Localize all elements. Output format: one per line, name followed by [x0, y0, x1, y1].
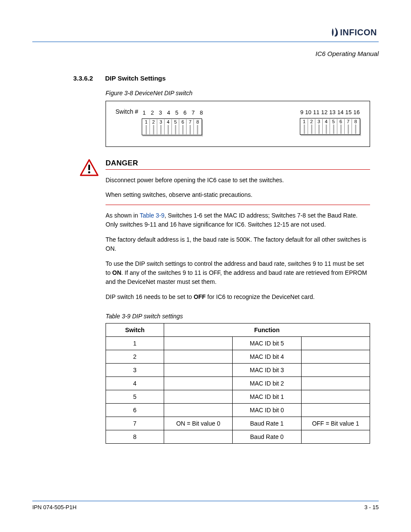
table-row: 2MAC ID bit 4 — [106, 350, 370, 363]
brand-logo: INFICON — [331, 28, 377, 37]
body-paragraph-3: To use the DIP switch settings to contro… — [106, 259, 370, 286]
dip-switch-bank-2: 1 2 3 4 5 6 7 8 — [300, 118, 360, 135]
document-title: IC6 Operating Manual — [32, 50, 379, 57]
danger-callout: DANGER Disconnect power before opening t… — [80, 159, 370, 205]
dip-switch-settings-table: Switch Function 1MAC ID bit 5 2MAC ID bi… — [106, 323, 370, 444]
svg-rect-0 — [88, 165, 90, 170]
table-row: 5MAC ID bit 1 — [106, 390, 370, 403]
table-row: 6MAC ID bit 0 — [106, 403, 370, 417]
page-footer: IPN 074-505-P1H 3 - 15 — [32, 501, 379, 510]
logo-icon — [331, 28, 339, 37]
header-rule — [32, 41, 379, 42]
page-header: INFICON — [32, 26, 379, 39]
table-row: 7ON = Bit value 0Baud Rate 1OFF = Bit va… — [106, 417, 370, 430]
switch-number-label: Switch # — [115, 108, 138, 115]
table-row: 3MAC ID bit 3 — [106, 363, 370, 376]
danger-text-2: When setting switches, observe anti-stat… — [106, 190, 370, 199]
danger-icon — [80, 159, 99, 205]
section-number: 3.3.6.2 — [73, 75, 99, 82]
dip-switch-figure: Switch # 1 2 3 4 5 6 7 8 — [106, 101, 370, 147]
switch-group2-external-numbers: 9 10 11 12 13 14 15 16 — [300, 109, 360, 115]
danger-heading: DANGER — [106, 159, 138, 167]
table-cross-ref-link[interactable]: Table 3-9 — [140, 212, 165, 219]
table-header-switch: Switch — [106, 323, 164, 336]
table-row: 4MAC ID bit 2 — [106, 376, 370, 390]
dip-switch-bank-1: 1 2 3 4 5 6 7 8 — [142, 118, 202, 135]
body-paragraph-4: DIP switch 16 needs to be set to OFF for… — [106, 292, 370, 302]
table-header-function: Function — [164, 323, 370, 336]
switch-group1-external-numbers: 1 2 3 4 5 6 7 8 — [143, 109, 204, 116]
figure-caption: Figure 3-8 DeviceNet DIP switch — [106, 90, 370, 96]
body-paragraph-2: The factory default address is 1, the ba… — [106, 235, 370, 253]
table-caption: Table 3-9 DIP switch settings — [106, 313, 370, 320]
section-title: DIP Switch Settings — [105, 75, 166, 82]
body-paragraph-1: As shown in Table 3-9, Switches 1-6 set … — [106, 211, 370, 229]
table-row: 1MAC ID bit 5 — [106, 336, 370, 350]
logo-text: INFICON — [340, 28, 377, 37]
body-text: As shown in Table 3-9, Switches 1-6 set … — [106, 211, 370, 302]
table-row: 8Baud Rate 0 — [106, 430, 370, 443]
danger-text-1: Disconnect power before opening the IC6 … — [106, 176, 370, 184]
svg-point-1 — [88, 171, 90, 174]
footer-right: 3 - 15 — [364, 504, 379, 510]
footer-left: IPN 074-505-P1H — [32, 504, 77, 510]
